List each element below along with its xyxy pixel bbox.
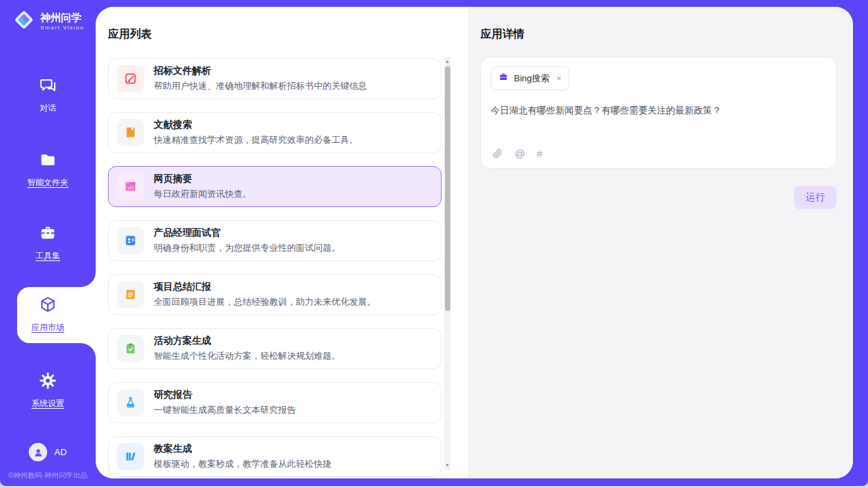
content-area: 应用列表 招标文件解析 帮助用户快速、准确地理解和解析招标书中的关键信息 — [96, 7, 853, 478]
brand-logo: 神州问学 Smart Vision — [12, 8, 84, 34]
sidebar-item-chat[interactable]: 对话 — [0, 77, 96, 114]
app-card-research-report[interactable]: 研究报告 一键智能生成高质量长文本研究报告 — [108, 382, 442, 423]
app-card-lesson-plan[interactable]: 教案生成 模板驱动，教案秒成，教学准备从此轻松快捷 — [108, 436, 442, 477]
run-row: 运行 — [480, 186, 837, 209]
report-notes-icon — [117, 281, 144, 308]
scroll-up-icon[interactable]: ▲ — [444, 58, 450, 65]
sidebar-item-toolset[interactable]: 工具集 — [0, 223, 96, 262]
app-card-description: 全面回顾项目进展，总结经验教训，助力未来优化发展。 — [154, 296, 376, 308]
svg-text:</>: </> — [127, 186, 134, 191]
tool-tag-bing-search[interactable]: Bing搜索 × — [491, 66, 569, 90]
sidebar: 神州问学 Smart Vision 对话 智能文件夹 — [0, 0, 96, 486]
cube-icon — [38, 295, 57, 317]
app-card-title: 研究报告 — [154, 389, 296, 401]
mention-icon[interactable]: @ — [515, 148, 525, 159]
sidebar-item-settings[interactable]: 系统设置 — [0, 371, 96, 409]
app-card-pm-interviewer[interactable]: 产品经理面试官 明确身份和职责，为您提供专业性的面试问题。 — [108, 220, 442, 261]
sidebar-item-label: 工具集 — [36, 250, 60, 262]
app-card-description: 模板驱动，教案秒成，教学准备从此轻松快捷 — [154, 458, 331, 470]
app-card-description: 明确身份和职责，为您提供专业性的面试问题。 — [154, 242, 340, 254]
query-text[interactable]: 今日湖北有哪些新闻要点？有哪些需要关注的最新政策？ — [491, 105, 826, 117]
prompt-composer[interactable]: Bing搜索 × 今日湖北有哪些新闻要点？有哪些需要关注的最新政策？ @ # — [480, 57, 837, 169]
tab-curve-top — [81, 272, 96, 287]
run-button[interactable]: 运行 — [794, 186, 837, 209]
gem-logo-icon — [12, 8, 36, 34]
app-card-title: 活动方案生成 — [154, 335, 340, 347]
app-card-activity-plan[interactable]: 活动方案生成 智能生成个性化活动方案，轻松解决规划难题。 — [108, 328, 442, 369]
copyright-footer: ©神州数码·神州问学出品 — [0, 471, 96, 480]
app-card-title: 产品经理面试官 — [154, 227, 340, 239]
user-account[interactable]: AD — [0, 443, 96, 461]
app-card-title: 网页摘要 — [154, 173, 252, 185]
app-card-description: 智能生成个性化活动方案，轻松解决规划难题。 — [154, 350, 340, 362]
app-card-web-summary[interactable]: </> 网页摘要 每日政府新闻资讯快查。 — [108, 166, 442, 207]
chat-icon — [39, 77, 57, 98]
app-card-title: 教案生成 — [154, 443, 331, 455]
sidebar-item-smart-folder[interactable]: 智能文件夹 — [0, 151, 96, 189]
hash-icon[interactable]: # — [537, 148, 542, 159]
tool-tag-label: Bing搜索 — [514, 72, 550, 85]
sidebar-item-label: 应用市场 — [31, 322, 64, 334]
scrollbar-thumb[interactable] — [445, 66, 450, 311]
sidebar-item-label: 智能文件夹 — [27, 177, 68, 189]
app-detail-panel: 应用详情 Bing搜索 × 今日湖北有哪些新闻要点？有哪些需要关注 — [469, 7, 853, 478]
list-scrollbar[interactable]: ▲ ▼ — [444, 57, 450, 470]
app-card-literature-search[interactable]: 文献搜索 快速精准查找学术资源，提高研究效率的必备工具。 — [108, 112, 442, 153]
attachment-icon[interactable] — [492, 148, 503, 159]
app-detail-title: 应用详情 — [480, 27, 837, 42]
research-flask-icon — [117, 389, 144, 416]
remove-tag-icon[interactable]: × — [556, 74, 562, 83]
tab-curve-bottom — [81, 343, 96, 358]
app-card-title: 项目总结汇报 — [154, 281, 376, 293]
toolbox-icon — [38, 223, 57, 245]
app-card-title: 文献搜索 — [154, 119, 358, 131]
user-avatar-icon[interactable] — [29, 443, 47, 461]
app-list-panel: 应用列表 招标文件解析 帮助用户快速、准确地理解和解析招标书中的关键信息 — [96, 7, 469, 478]
brand-name: 神州问学 — [40, 12, 84, 23]
lesson-books-icon — [117, 443, 144, 470]
clipboard-check-icon — [117, 335, 144, 362]
app-list-title: 应用列表 — [108, 27, 469, 42]
browser-code-icon: </> — [117, 173, 144, 200]
folder-icon — [39, 151, 57, 172]
app-card-title: 招标文件解析 — [154, 65, 367, 77]
brand-tagline: Smart Vision — [40, 25, 84, 31]
app-card-description: 帮助用户快速、准确地理解和解析招标书中的关键信息 — [154, 80, 367, 92]
sidebar-item-label: 系统设置 — [31, 398, 64, 409]
app-window: 神州问学 Smart Vision 对话 智能文件夹 — [0, 0, 868, 486]
scroll-down-icon[interactable]: ▼ — [444, 462, 450, 469]
app-card-bid-parse[interactable]: 招标文件解析 帮助用户快速、准确地理解和解析招标书中的关键信息 — [108, 58, 442, 99]
briefcase-icon — [498, 72, 508, 85]
interviewer-badge-icon — [117, 227, 144, 254]
composer-toolbar: @ # — [492, 148, 543, 159]
document-edit-icon — [117, 65, 144, 92]
sidebar-item-app-market[interactable]: 应用市场 — [0, 295, 96, 334]
book-icon — [117, 119, 144, 146]
app-card-description: 一键智能生成高质量长文本研究报告 — [154, 404, 296, 416]
app-card-description: 每日政府新闻资讯快查。 — [154, 188, 252, 200]
user-name: AD — [54, 447, 66, 457]
app-card-list: 招标文件解析 帮助用户快速、准确地理解和解析招标书中的关键信息 文献搜索 快速精… — [108, 58, 442, 478]
gear-icon — [38, 371, 57, 393]
app-card-description: 快速精准查找学术资源，提高研究效率的必备工具。 — [154, 134, 358, 146]
app-card-project-summary[interactable]: 项目总结汇报 全面回顾项目进展，总结经验教训，助力未来优化发展。 — [108, 274, 442, 315]
sidebar-item-label: 对话 — [40, 103, 56, 114]
